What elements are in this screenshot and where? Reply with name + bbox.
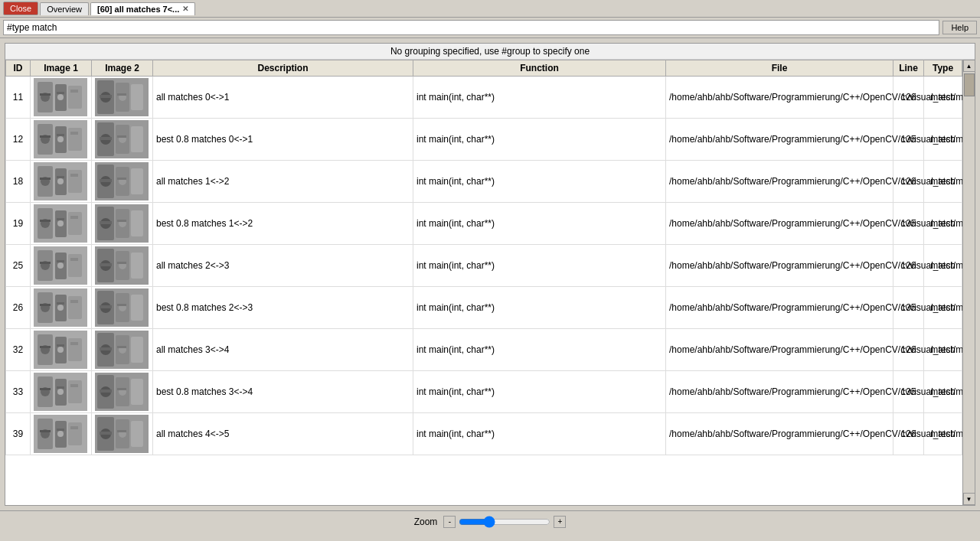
svg-rect-117 <box>100 347 112 350</box>
svg-rect-134 <box>100 389 112 393</box>
cell-image2 <box>92 77 153 119</box>
cell-image2 <box>92 329 153 371</box>
zoom-increase-button[interactable]: + <box>554 516 566 528</box>
cell-image1 <box>31 77 92 119</box>
cell-image1 <box>31 413 92 455</box>
search-input[interactable] <box>3 20 939 35</box>
tab-active[interactable]: [60] all matches 7<... ✕ <box>90 2 195 15</box>
cell-id: 32 <box>6 329 31 371</box>
svg-point-22 <box>57 136 64 142</box>
status-bar: Zoom - + <box>0 510 980 532</box>
svg-rect-83 <box>100 263 112 266</box>
svg-rect-74 <box>40 262 51 264</box>
table-row[interactable]: 12 best 0.8 matches 0<->1int main(int, c… <box>6 119 962 161</box>
svg-rect-110 <box>70 342 78 345</box>
table-row[interactable]: 11 all matches 0<->1int main(int, char**… <box>6 77 962 119</box>
svg-rect-125 <box>40 388 51 390</box>
tab-bar: Close Overview [60] all matches 7<... ✕ <box>0 0 980 18</box>
table-container: No grouping specified, use #group to spe… <box>5 43 975 506</box>
svg-rect-7 <box>57 92 64 94</box>
zoom-decrease-button[interactable]: - <box>443 516 456 528</box>
tab-overview[interactable]: Overview <box>40 2 89 15</box>
cell-description: all matches 4<->5 <box>153 413 413 455</box>
svg-rect-16 <box>117 93 126 96</box>
svg-rect-41 <box>57 176 64 178</box>
svg-rect-114 <box>131 337 143 363</box>
svg-rect-105 <box>68 338 82 361</box>
close-button[interactable]: Close <box>3 2 38 15</box>
help-button[interactable]: Help <box>942 21 977 34</box>
image1-placeholder <box>34 120 87 158</box>
svg-rect-24 <box>57 134 64 136</box>
col-header-image2: Image 2 <box>92 60 153 77</box>
svg-rect-6 <box>40 93 51 96</box>
scrollbar-down-arrow[interactable]: ▼ <box>963 493 975 505</box>
table-row[interactable]: 26 best 0.8 matches 2<->3int main(int, c… <box>6 287 962 329</box>
svg-rect-93 <box>70 300 78 303</box>
cell-function: int main(int, char**) <box>413 371 666 413</box>
svg-rect-97 <box>131 295 143 321</box>
table-row[interactable]: 33 best 0.8 matches 3<->4int main(int, c… <box>6 371 962 413</box>
svg-rect-131 <box>131 379 143 405</box>
cell-description: best 0.8 matches 2<->3 <box>153 287 413 329</box>
cell-function: int main(int, char**) <box>413 287 666 329</box>
results-table: ID Image 1 Image 2 Description Function … <box>5 60 962 455</box>
cell-image2 <box>92 413 153 455</box>
zoom-slider-container: - + <box>443 516 566 528</box>
svg-rect-71 <box>68 254 82 277</box>
image1-placeholder <box>34 246 87 285</box>
col-header-file: File <box>666 60 893 77</box>
image2-placeholder <box>95 415 149 453</box>
svg-rect-151 <box>100 432 112 435</box>
svg-point-73 <box>57 262 64 269</box>
svg-rect-66 <box>100 221 112 224</box>
cell-image2 <box>92 245 153 287</box>
cell-file: /home/ahb/ahb/Software/Programmierung/C+… <box>666 119 893 161</box>
svg-rect-32 <box>100 137 112 140</box>
table-row[interactable]: 18 all matches 1<->2int main(int, char**… <box>6 161 962 203</box>
cell-id: 12 <box>6 119 31 161</box>
image1-placeholder <box>34 373 87 411</box>
cell-file: /home/ahb/ahb/Software/Programmierung/C+… <box>666 203 893 245</box>
svg-rect-108 <box>40 346 51 348</box>
table-row[interactable]: 25 all matches 2<->3int main(int, char**… <box>6 245 962 287</box>
svg-rect-20 <box>68 128 82 151</box>
svg-rect-142 <box>40 430 51 432</box>
table-row[interactable]: 19 best 0.8 matches 1<->2int main(int, c… <box>6 203 962 245</box>
image2-placeholder <box>95 331 149 369</box>
svg-rect-152 <box>117 430 126 432</box>
svg-rect-101 <box>117 304 126 306</box>
scrollbar-up-arrow[interactable]: ▲ <box>963 60 975 72</box>
cell-description: best 0.8 matches 3<->4 <box>153 371 413 413</box>
svg-point-124 <box>57 389 64 395</box>
table-wrapper[interactable]: ID Image 1 Image 2 Description Function … <box>5 60 962 505</box>
table-row[interactable]: 39 all matches 4<->5int main(int, char**… <box>6 413 962 455</box>
svg-rect-148 <box>131 421 143 447</box>
svg-rect-23 <box>40 135 51 138</box>
main-area: No grouping specified, use #group to spe… <box>0 38 980 510</box>
scrollbar-thumb[interactable] <box>964 73 975 96</box>
cell-id: 11 <box>6 77 31 119</box>
svg-rect-122 <box>68 380 82 403</box>
cell-function: int main(int, char**) <box>413 161 666 203</box>
cell-image2 <box>92 161 153 203</box>
svg-rect-63 <box>131 210 143 236</box>
cell-id: 39 <box>6 413 31 455</box>
cell-file: /home/ahb/ahb/Software/Programmierung/C+… <box>666 413 893 455</box>
cell-image1 <box>31 371 92 413</box>
cell-function: int main(int, char**) <box>413 203 666 245</box>
cell-function: int main(int, char**) <box>413 413 666 455</box>
zoom-slider[interactable] <box>459 516 550 528</box>
svg-point-5 <box>57 94 64 100</box>
svg-rect-12 <box>131 84 143 110</box>
svg-rect-126 <box>57 386 64 389</box>
svg-point-141 <box>57 431 64 437</box>
col-header-image1: Image 1 <box>31 60 92 77</box>
svg-rect-50 <box>117 178 126 180</box>
svg-rect-46 <box>131 168 143 194</box>
cell-function: int main(int, char**) <box>413 119 666 161</box>
table-row[interactable]: 32 all matches 3<->4int main(int, char**… <box>6 329 962 371</box>
cell-image2 <box>92 371 153 413</box>
svg-rect-49 <box>100 179 112 182</box>
tab-close-icon[interactable]: ✕ <box>182 5 188 13</box>
